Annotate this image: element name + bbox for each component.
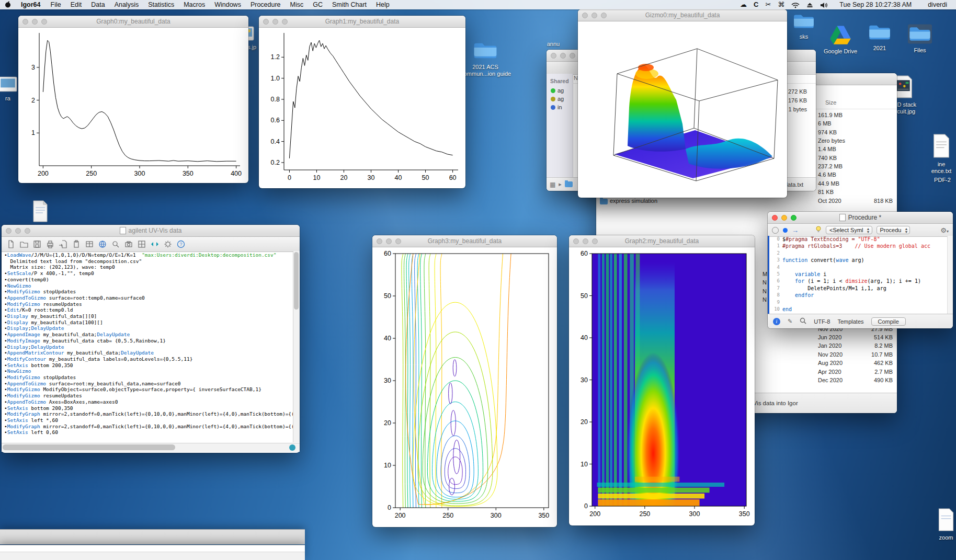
close-button[interactable] [582, 13, 588, 18]
info-icon[interactable]: i [773, 318, 780, 325]
titlebar[interactable]: Procedure * [768, 212, 953, 224]
scroll-indicator[interactable] [289, 444, 295, 451]
window-controls[interactable] [377, 238, 401, 244]
window-controls[interactable] [772, 215, 796, 221]
tip-lightbulb-icon[interactable] [815, 226, 822, 234]
minimize-button[interactable] [272, 19, 278, 25]
scissors-icon[interactable]: ✂ [765, 0, 771, 9]
menu-item-analysis[interactable]: Analysis [110, 1, 144, 8]
close-button[interactable] [22, 19, 28, 25]
search-icon[interactable] [800, 317, 806, 325]
desktop-icon-folder-selected[interactable]: Files [901, 24, 939, 54]
zoom-button[interactable] [592, 238, 598, 244]
new-document-icon[interactable] [6, 239, 16, 249]
menu-item-file[interactable]: File [46, 1, 66, 8]
scrollbar-thumb[interactable] [3, 444, 175, 450]
icloud-icon[interactable]: ☁ [740, 0, 747, 9]
menu-item-procedure[interactable]: Procedure [246, 1, 286, 8]
copy-clipboard-icon[interactable] [71, 239, 82, 249]
desktop-icon-folder[interactable]: 2021 ACS Commun...ion guide [459, 41, 511, 77]
window-controls[interactable] [263, 19, 288, 25]
app-menu[interactable]: Igor64 [16, 1, 46, 8]
procedure-select[interactable]: Procedu▲▼ [877, 226, 911, 234]
eject-icon[interactable] [806, 0, 813, 9]
breadcrumb[interactable]: data.txt [784, 181, 803, 188]
titlebar[interactable]: Graph3:my_beautiful_data [372, 235, 557, 247]
close-button[interactable] [377, 238, 382, 244]
navigation-icon[interactable] [150, 239, 160, 249]
minimize-button[interactable] [15, 228, 21, 234]
zoom-button[interactable] [601, 13, 607, 18]
open-file-icon[interactable] [19, 239, 29, 249]
titlebar[interactable]: Graph1:my_beautiful_data [259, 16, 465, 28]
gizmo-3d-surface[interactable] [578, 21, 787, 198]
code-editor[interactable]: 012345678910 $#pragma TextEncoding = "UT… [768, 236, 948, 314]
radio-marker-icon[interactable] [772, 227, 779, 234]
window-controls[interactable] [573, 238, 598, 244]
zoom-button[interactable] [791, 215, 796, 221]
vertical-scrollbar[interactable] [947, 236, 953, 314]
grid-view-icon[interactable]: ▦ [550, 181, 555, 188]
compile-button[interactable]: Compile [871, 317, 906, 326]
find-icon[interactable] [110, 239, 121, 249]
bookmark-dot-icon[interactable] [783, 228, 788, 233]
menu-item-statistics[interactable]: Statistics [143, 1, 179, 8]
close-button[interactable] [573, 238, 579, 244]
file-row[interactable]: express simulationOct 2020818 KB [596, 198, 897, 206]
close-button[interactable] [263, 19, 269, 25]
menu-item-macros[interactable]: Macros [179, 1, 210, 8]
new-table-icon[interactable] [84, 239, 95, 249]
command-icon[interactable]: ⌘ [778, 0, 784, 9]
zoom-button[interactable] [25, 228, 30, 234]
menu-user[interactable]: diverdi [923, 1, 952, 8]
zoom-button[interactable] [570, 53, 575, 59]
scrollbar-thumb[interactable] [294, 252, 299, 310]
desktop-icon-fragment[interactable]: annu [538, 40, 569, 48]
save-icon[interactable] [32, 239, 42, 249]
snapshot-icon[interactable] [123, 239, 134, 249]
print-icon[interactable] [45, 239, 55, 249]
export-graphics-icon[interactable] [58, 239, 69, 249]
minimize-button[interactable] [781, 215, 787, 221]
vertical-scrollbar[interactable] [293, 251, 300, 442]
minimize-button[interactable] [583, 238, 588, 244]
minimize-button[interactable] [591, 13, 597, 18]
sidebar-shared-device[interactable]: ag [547, 95, 573, 103]
cleaner-icon[interactable]: C [754, 0, 758, 9]
desktop-icon-folder[interactable]: 2021 [860, 23, 899, 52]
desktop-icon-folder[interactable]: sks [784, 13, 823, 40]
templates-label[interactable]: Templates [837, 318, 863, 325]
desktop-icon-document[interactable]: zoom [927, 508, 956, 541]
horizontal-scrollbar[interactable] [2, 443, 300, 452]
titlebar[interactable]: agilent UV-Vis data [2, 225, 300, 237]
close-button[interactable] [6, 228, 12, 234]
menu-item-edit[interactable]: Edit [66, 1, 87, 8]
titlebar[interactable]: Gizmo0:my_beautiful_data [578, 9, 787, 21]
size-column-header[interactable]: Size [825, 99, 836, 106]
background-window-strip[interactable] [0, 529, 305, 544]
apple-menu[interactable] [0, 1, 16, 8]
wifi-icon[interactable] [791, 0, 800, 9]
zoom-button[interactable] [282, 19, 288, 25]
window-controls[interactable] [551, 53, 575, 59]
zoom-button[interactable] [41, 19, 47, 25]
background-window-strip[interactable] [0, 545, 305, 560]
symbol-select[interactable]: <Select Syml▲▼ [826, 226, 872, 234]
menu-clock[interactable]: Tue Sep 28 10:27:38 AM [835, 1, 916, 8]
close-button[interactable] [772, 215, 778, 221]
window-controls[interactable] [582, 13, 607, 18]
menu-item-smith-chart[interactable]: Smith Chart [327, 1, 371, 8]
menu-item-help[interactable]: Help [371, 1, 394, 8]
minimize-button[interactable] [560, 53, 566, 59]
menu-item-data[interactable]: Data [86, 1, 109, 8]
menu-item-gc[interactable]: GC [308, 1, 327, 8]
command-history[interactable]: •LoadWave/J/M/U={1,0,1,0}/D/N=temp/O/E=1… [2, 251, 293, 442]
data-browser-icon[interactable] [97, 239, 108, 249]
settings-gear-icon[interactable] [163, 239, 173, 249]
window-controls[interactable] [6, 228, 30, 234]
titlebar[interactable]: Graph0:my_beautiful_data [18, 16, 248, 28]
minimize-button[interactable] [32, 19, 38, 25]
forward-arrow-icon[interactable]: → [792, 226, 799, 234]
window-controls[interactable] [22, 19, 47, 25]
desktop-icon-document[interactable]: ine ence.txt [927, 134, 956, 175]
